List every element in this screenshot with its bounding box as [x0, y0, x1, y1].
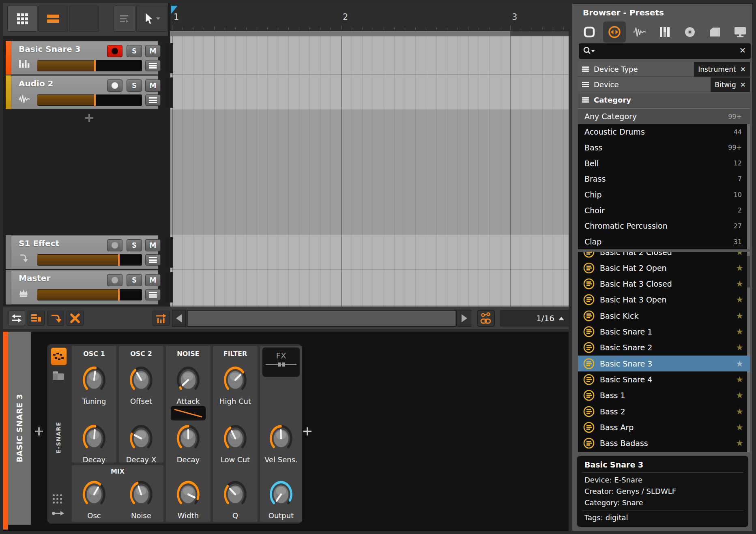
filter-menu-icon[interactable]: [582, 66, 589, 73]
category-row[interactable]: Chromatic Percussion 27: [578, 218, 750, 234]
scroll-left-button[interactable]: [172, 310, 186, 327]
mute-button[interactable]: M: [145, 79, 161, 92]
track-header-master[interactable]: Master S M: [6, 270, 168, 305]
browser-tab-files[interactable]: [704, 21, 726, 43]
favorite-star-icon[interactable]: ★: [736, 375, 743, 384]
horizontal-scrollbar-thumb[interactable]: [188, 311, 455, 326]
preset-row[interactable]: Basic Snare 4 ★: [578, 371, 750, 387]
track-color-strip[interactable]: [6, 270, 11, 305]
track-name[interactable]: S1 Effect: [19, 238, 59, 248]
knob-decay[interactable]: [176, 423, 201, 453]
record-arm-button[interactable]: [107, 45, 122, 57]
filter-active-badge[interactable]: Instrument ✕: [694, 62, 750, 77]
category-row[interactable]: Bass 99+: [578, 139, 750, 155]
snap-settings-button[interactable]: [477, 310, 495, 327]
device-track-label-bar[interactable]: BASIC SNARE 3: [8, 332, 31, 525]
preset-row[interactable]: Basic Hat 2 Open ★: [578, 260, 750, 276]
arranger-view-button[interactable]: [38, 6, 68, 32]
filter-active-badge[interactable]: Bitwig ✕: [711, 77, 750, 92]
preset-row[interactable]: Bass Badass ★: [578, 435, 750, 451]
track-color-strip[interactable]: [6, 75, 11, 109]
track-name[interactable]: Master: [19, 273, 50, 283]
follow-playhead-button[interactable]: [47, 311, 64, 326]
search-input[interactable]: ✕: [579, 43, 751, 59]
filter-menu-icon[interactable]: [582, 81, 589, 88]
knob-tuning[interactable]: [82, 365, 107, 395]
knob-output[interactable]: [268, 479, 294, 509]
category-row[interactable]: Any Category 99+: [578, 108, 750, 124]
knob-decay-x[interactable]: [129, 423, 154, 453]
knob-offset[interactable]: [129, 365, 154, 395]
preset-row[interactable]: Basic Hat 2 Closed ★: [578, 252, 750, 260]
record-arm-button[interactable]: [107, 79, 122, 92]
device-preset-folder-button[interactable]: [52, 370, 64, 382]
filter-row-category[interactable]: Category: [578, 93, 750, 107]
browser-tab-samples[interactable]: [628, 21, 651, 43]
grid-snap-value-dropdown[interactable]: 1/16: [500, 310, 569, 326]
track-name[interactable]: Basic Snare 3: [19, 44, 81, 54]
mute-button[interactable]: M: [145, 239, 161, 251]
favorite-star-icon[interactable]: ★: [736, 359, 743, 369]
knob-noise[interactable]: [129, 479, 154, 509]
preset-scrollbar-thumb[interactable]: [747, 256, 750, 287]
preset-row[interactable]: Basic Hat 3 Open ★: [578, 292, 750, 308]
clips-tool-button[interactable]: [114, 6, 135, 32]
filter-menu-icon[interactable]: [582, 97, 589, 104]
preset-row[interactable]: Basic Kick ★: [578, 308, 750, 324]
filter-clear-icon[interactable]: ✕: [740, 65, 746, 73]
category-row[interactable]: Clap 31: [578, 234, 750, 249]
timeline-zoom-scrollbar[interactable]: [170, 31, 569, 36]
horizontal-scrollbar[interactable]: [187, 310, 457, 327]
solo-button[interactable]: S: [127, 274, 142, 286]
clip-launcher-view-button[interactable]: [7, 6, 37, 32]
category-row[interactable]: Choir 2: [578, 202, 750, 218]
solo-button[interactable]: S: [127, 45, 142, 57]
timeline-zoom-scrollbar-thumb[interactable]: [170, 31, 510, 36]
category-row[interactable]: Bell 12: [578, 155, 750, 171]
favorite-star-icon[interactable]: ★: [736, 279, 743, 289]
track-list-button[interactable]: [28, 311, 45, 326]
pointer-tool-button[interactable]: [136, 6, 168, 32]
preset-row[interactable]: Basic Snare 2 ★: [578, 340, 750, 356]
add-device-after-button[interactable]: [303, 427, 311, 437]
favorite-star-icon[interactable]: ★: [736, 295, 743, 305]
device-drag-handle-icon[interactable]: [53, 494, 62, 504]
preset-row[interactable]: Bass Arp ★: [578, 419, 750, 435]
solo-button[interactable]: S: [127, 79, 142, 92]
favorite-star-icon[interactable]: ★: [736, 343, 743, 352]
track-header-basic-snare-3[interactable]: Basic Snare 3 S M: [6, 41, 168, 75]
record-arm-button[interactable]: [107, 239, 122, 251]
browser-tab-multisamples[interactable]: [653, 21, 676, 43]
mute-button[interactable]: M: [145, 274, 161, 286]
device-output-routing-button[interactable]: [52, 510, 64, 519]
track-lane-audio-2[interactable]: [170, 75, 569, 109]
volume-fader[interactable]: [37, 254, 142, 266]
category-row[interactable]: Brass 7: [578, 171, 750, 187]
track-lane-s1-effect[interactable]: [170, 235, 569, 269]
track-lane-master[interactable]: [170, 270, 569, 305]
track-color-strip[interactable]: [6, 235, 11, 269]
volume-fader[interactable]: [37, 289, 142, 300]
empty-tool-button[interactable]: [69, 6, 99, 32]
auto-scroll-button[interactable]: [152, 311, 170, 326]
arranger-area[interactable]: [170, 36, 569, 307]
knob-low-cut[interactable]: [223, 423, 248, 453]
knob-width[interactable]: [176, 479, 201, 509]
knob-decay[interactable]: [82, 423, 107, 453]
track-color-strip[interactable]: [6, 41, 11, 75]
favorite-star-icon[interactable]: ★: [736, 422, 743, 432]
browser-tab-devices[interactable]: [578, 21, 601, 43]
scroll-right-button[interactable]: [457, 310, 471, 327]
noise-envelope-display[interactable]: [171, 406, 206, 420]
track-menu-button[interactable]: [145, 289, 161, 300]
record-arm-button[interactable]: [107, 274, 122, 286]
solo-button[interactable]: S: [127, 239, 142, 251]
favorite-star-icon[interactable]: ★: [736, 327, 743, 337]
preset-row[interactable]: Basic Snare 1 ★: [578, 324, 750, 340]
filter-row-device-type[interactable]: Device Type Instrument ✕: [578, 62, 750, 77]
favorite-star-icon[interactable]: ★: [736, 311, 743, 321]
knob-high-cut[interactable]: [223, 365, 248, 395]
browser-tab-music[interactable]: [679, 21, 701, 43]
device-enable-button[interactable]: [51, 347, 67, 365]
track-header-audio-2[interactable]: Audio 2 S M: [6, 75, 168, 109]
